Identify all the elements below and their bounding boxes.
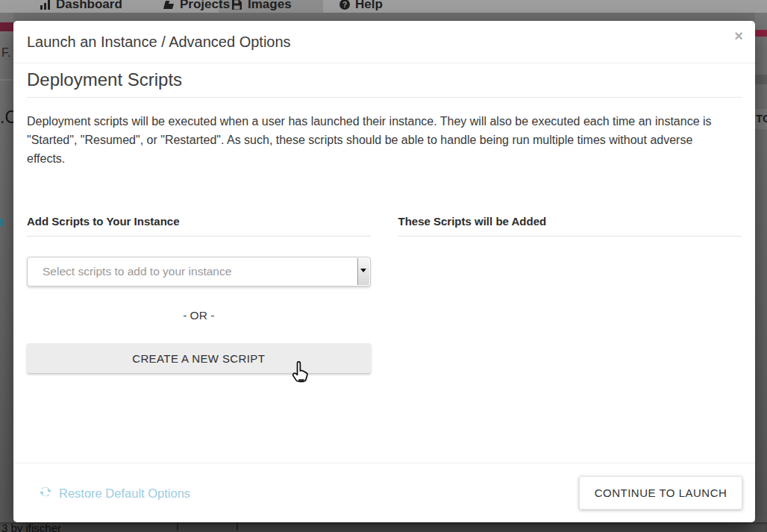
page-maroon-stripe <box>0 22 13 31</box>
columns: Add Scripts to Your Instance Select scri… <box>27 215 742 373</box>
added-scripts-column: These Scripts will be Added <box>398 215 742 373</box>
hand-pointer-cursor-icon <box>290 361 309 387</box>
section-heading: Deployment Scripts <box>27 69 742 98</box>
close-icon[interactable]: × <box>734 28 743 43</box>
added-scripts-heading: These Scripts will be Added <box>398 215 742 237</box>
backdrop-right <box>755 13 767 522</box>
scripts-select-placeholder: Select scripts to add to your instance <box>43 257 231 286</box>
page-text-fragment: TO <box>756 112 767 125</box>
or-separator: - OR - <box>27 309 371 322</box>
save-floppy-icon <box>231 0 242 10</box>
page-text-fragment: 3 by jfischer <box>1 522 61 532</box>
question-circle-icon: ? <box>339 0 350 10</box>
nav-tab-projects[interactable]: Projects <box>163 0 230 13</box>
add-scripts-column: Add Scripts to Your Instance Select scri… <box>27 215 371 373</box>
section-description: Deployment scripts will be executed when… <box>27 112 734 168</box>
add-scripts-heading: Add Scripts to Your Instance <box>27 215 371 237</box>
backdrop-left <box>0 13 13 522</box>
bar-chart-icon <box>40 0 51 10</box>
page-table-border-fragment <box>177 522 178 531</box>
nav-tab-label: Images <box>248 0 292 12</box>
screen: Dashboard Projects Images ? Help <box>0 0 767 532</box>
folder-icon <box>163 0 175 10</box>
nav-tab-label: Help <box>355 0 383 12</box>
nav-tab-dashboard[interactable]: Dashboard <box>40 0 122 13</box>
top-navbar: Dashboard Projects Images ? Help <box>0 0 767 13</box>
nav-tab-label: Dashboard <box>56 0 122 12</box>
restore-label: Restore Default Options <box>59 486 190 501</box>
scripts-select[interactable]: Select scripts to add to your instance <box>27 257 371 287</box>
page-divider-fragment <box>0 79 13 81</box>
continue-to-launch-button[interactable]: CONTINUE TO LAUNCH <box>579 476 742 510</box>
modal-header: Launch an Instance / Advanced Options × <box>13 21 755 63</box>
restore-default-options-link[interactable]: Restore Default Options <box>39 463 190 523</box>
page-table-border-fragment <box>237 522 238 531</box>
nav-tab-label: Projects <box>180 0 230 12</box>
modal-footer: Restore Default Options CONTINUE TO LAUN… <box>13 463 755 522</box>
chevron-down-icon[interactable] <box>357 258 369 285</box>
backdrop-bottom <box>0 522 767 532</box>
modal-title: Launch an Instance / Advanced Options <box>27 21 291 63</box>
advanced-options-modal: Launch an Instance / Advanced Options × … <box>13 21 755 522</box>
page-band-fragment <box>755 75 767 84</box>
page-text-fragment: F. <box>1 46 10 60</box>
nav-tab-help[interactable]: ? Help <box>339 0 383 13</box>
page-maroon-stripe <box>755 30 767 37</box>
page-link-fragment <box>0 219 4 226</box>
refresh-icon <box>39 485 52 501</box>
nav-tab-images[interactable]: Images <box>231 0 292 13</box>
create-new-script-button[interactable]: CREATE A NEW SCRIPT <box>27 343 371 373</box>
modal-body: Deployment Scripts Deployment scripts wi… <box>27 63 742 373</box>
